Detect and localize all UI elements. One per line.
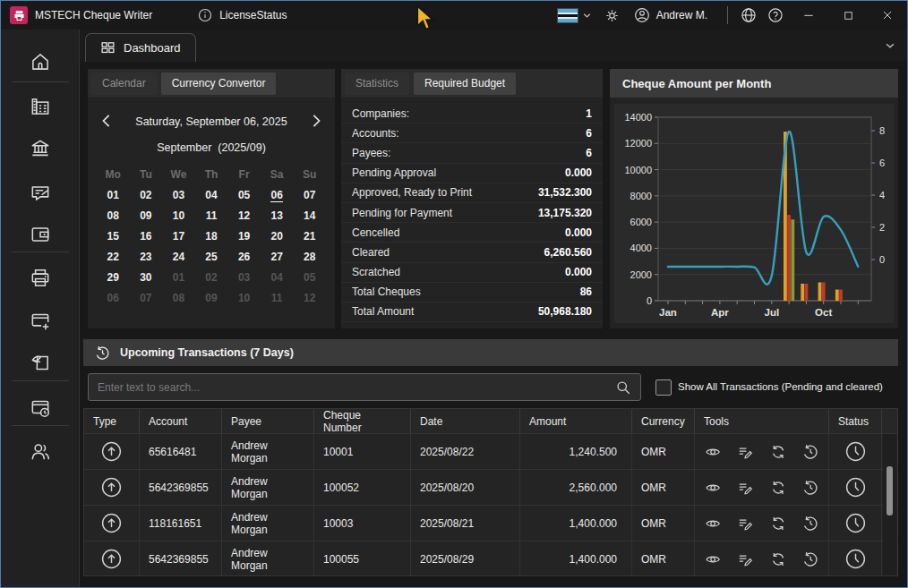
sidebar-item-banks[interactable] — [22, 132, 58, 165]
column-header[interactable]: Amount — [520, 409, 632, 433]
calendar-day[interactable]: 07 — [293, 185, 326, 206]
calendar-day[interactable]: 01 — [97, 185, 130, 206]
calendar-day[interactable]: 17 — [162, 226, 195, 247]
calendar-day[interactable]: 20 — [261, 226, 294, 247]
help-button[interactable] — [762, 1, 789, 30]
calendar-day[interactable]: 29 — [97, 268, 130, 288]
calendar-day[interactable]: 10 — [227, 288, 261, 309]
calendar-day[interactable]: 15 — [97, 226, 130, 247]
calendar-day[interactable]: 03 — [162, 185, 195, 206]
calendar-day[interactable]: 09 — [195, 288, 228, 309]
edit-details-icon[interactable] — [736, 514, 754, 533]
calendar-day[interactable]: 03 — [227, 268, 261, 288]
calendar-day[interactable]: 22 — [97, 247, 130, 268]
calendar-day[interactable]: 10 — [162, 206, 195, 226]
sync-icon[interactable] — [769, 514, 787, 533]
edit-details-icon[interactable] — [736, 442, 754, 462]
calendar-day[interactable]: 23 — [130, 247, 163, 268]
calendar-day[interactable]: 08 — [97, 206, 130, 226]
sidebar-item-pending-cheques[interactable] — [22, 392, 58, 424]
calendar-day[interactable]: 19 — [227, 226, 261, 247]
calendar-day[interactable]: 25 — [195, 247, 228, 268]
tab-calendar[interactable]: Calendar — [91, 72, 157, 95]
tab-currency-convertor[interactable]: Currency Convertor — [161, 72, 277, 95]
minimize-button[interactable] — [789, 1, 828, 30]
table-row[interactable]: 5642369855 Andrew Morgan 100055 2025/08/… — [84, 541, 897, 576]
calendar-day[interactable]: 01 — [162, 268, 195, 288]
sidebar-item-print[interactable] — [22, 262, 58, 294]
column-header[interactable]: Currency — [632, 409, 695, 433]
sidebar-item-payees[interactable] — [22, 436, 58, 468]
calendar-day[interactable]: 05 — [293, 268, 326, 288]
column-header[interactable]: Status — [829, 409, 882, 433]
calendar-day[interactable]: 27 — [261, 247, 294, 268]
language-flag-selector[interactable] — [557, 8, 592, 23]
calendar-day[interactable]: 11 — [195, 206, 228, 226]
column-header[interactable]: Cheque Number — [314, 409, 411, 433]
license-status[interactable]: LicenseStatus — [197, 7, 287, 23]
history-icon[interactable] — [801, 478, 819, 498]
collapse-panel-button[interactable] — [884, 39, 896, 52]
calendar-day[interactable]: 04 — [261, 268, 294, 288]
calendar-day[interactable]: 12 — [227, 206, 261, 226]
view-eye-icon[interactable] — [704, 478, 722, 498]
sync-icon[interactable] — [769, 442, 787, 462]
view-eye-icon[interactable] — [704, 514, 722, 533]
calendar-day[interactable]: 14 — [293, 206, 326, 226]
calendar-day[interactable]: 08 — [162, 288, 195, 309]
sidebar-item-sign-cheques[interactable] — [22, 346, 58, 379]
calendar-day[interactable]: 06 — [97, 288, 130, 309]
show-all-transactions-checkbox[interactable] — [655, 379, 672, 396]
user-account-button[interactable]: Andrew M. — [633, 6, 707, 24]
view-eye-icon[interactable] — [704, 442, 722, 462]
calendar-day[interactable]: 07 — [130, 288, 163, 309]
calendar-day[interactable]: 13 — [261, 206, 294, 226]
history-icon[interactable] — [801, 550, 819, 569]
column-header[interactable]: Account — [140, 409, 222, 433]
calendar-day[interactable]: 02 — [195, 268, 228, 288]
sidebar-item-cheques[interactable] — [22, 176, 58, 209]
calendar-day[interactable]: 04 — [195, 185, 228, 206]
sidebar-item-companies[interactable] — [22, 90, 58, 123]
table-scrollbar[interactable] — [883, 434, 896, 575]
sidebar-item-new-cheque[interactable] — [22, 305, 58, 337]
calendar-day[interactable]: 02 — [130, 185, 163, 206]
calendar-day[interactable]: 11 — [261, 288, 294, 309]
table-row[interactable]: 65616481 Andrew Morgan 10001 2025/08/22 … — [84, 433, 897, 469]
column-header[interactable]: Type — [84, 409, 140, 433]
column-header[interactable]: Payee — [222, 409, 314, 433]
calendar-day[interactable]: 28 — [293, 247, 326, 268]
tab-statistics[interactable]: Statistics — [345, 72, 409, 95]
scrollbar-thumb[interactable] — [887, 466, 893, 516]
maximize-button[interactable] — [828, 1, 868, 30]
edit-details-icon[interactable] — [736, 478, 754, 498]
calendar-day[interactable]: 05 — [227, 185, 261, 206]
calendar-day[interactable]: 21 — [293, 226, 326, 247]
calendar-day[interactable]: 16 — [130, 226, 163, 247]
tab-dashboard[interactable]: Dashboard — [85, 33, 196, 62]
calendar-day[interactable]: 26 — [227, 247, 261, 268]
sync-icon[interactable] — [769, 478, 787, 498]
history-icon[interactable] — [801, 442, 819, 462]
history-icon[interactable] — [801, 514, 819, 533]
calendar-day[interactable]: 30 — [130, 268, 163, 288]
calendar-day-today[interactable]: 06 — [261, 185, 294, 206]
prev-month-button[interactable] — [100, 112, 113, 130]
globe-button[interactable] — [735, 1, 762, 30]
sync-icon[interactable] — [769, 550, 787, 569]
search-input[interactable] — [88, 373, 641, 401]
close-button[interactable] — [868, 1, 907, 30]
settings-gear-button[interactable] — [599, 1, 626, 30]
view-eye-icon[interactable] — [704, 550, 722, 569]
table-row[interactable]: 5642369855 Andrew Morgan 100052 2025/08/… — [84, 469, 897, 505]
calendar-day[interactable]: 09 — [130, 206, 163, 226]
tab-required-budget[interactable]: Required Budget — [414, 72, 516, 95]
column-header[interactable]: Tools — [695, 409, 829, 433]
calendar-day[interactable]: 12 — [293, 288, 326, 309]
table-row[interactable]: 118161651 Andrew Morgan 10003 2025/08/21… — [84, 505, 897, 541]
edit-details-icon[interactable] — [736, 550, 754, 569]
search-icon[interactable] — [614, 379, 632, 396]
calendar-day[interactable]: 18 — [195, 226, 228, 247]
next-month-button[interactable] — [310, 112, 322, 130]
calendar-day[interactable]: 24 — [162, 247, 195, 268]
